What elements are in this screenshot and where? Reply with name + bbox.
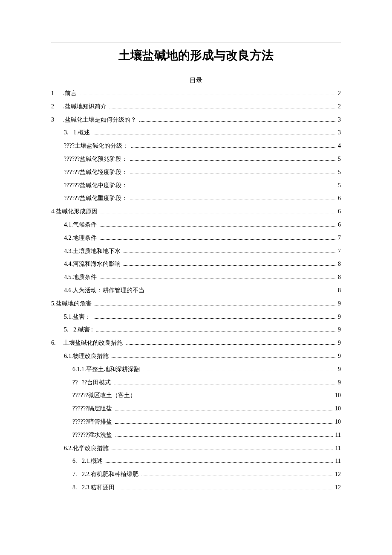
toc-entry[interactable]: 6.土壤盐碱化的改良措施9 xyxy=(51,337,341,350)
toc-leader-dots xyxy=(95,305,336,305)
toc-entry-number: ?? xyxy=(72,376,82,389)
toc-entry[interactable]: ??????灌水洗盐11 xyxy=(51,429,341,442)
toc-entry-label: ??????暗管排盐 xyxy=(72,416,114,429)
toc-entry-label: 4.盐碱化形成原因 xyxy=(51,205,99,218)
toc-entry-page: 3 xyxy=(337,126,341,139)
toc-entry[interactable]: 3.盐碱化土壤是如何分级的？3 xyxy=(51,113,341,127)
toc-entry-label: 6.1.1.平整土地和深耕深翻 xyxy=(72,363,141,376)
toc-entry-label: ????土壤盐碱化的分级： xyxy=(64,139,130,153)
toc-entry-label: ??????盐碱化重度阶段： xyxy=(64,192,129,205)
toc-leader-dots xyxy=(100,279,335,279)
toc-leader-dots xyxy=(115,423,332,424)
toc-entry[interactable]: 2.盐碱地知识简介2 xyxy=(51,100,341,113)
toc-entry-page: 6 xyxy=(337,218,341,232)
toc-heading: 目录 xyxy=(51,76,341,84)
toc-entry-page: 11 xyxy=(334,442,341,455)
toc-entry[interactable]: 6.1.1.平整土地和深耕深翻9 xyxy=(51,363,341,376)
toc-entry[interactable]: ??????暗管排盐10 xyxy=(51,416,341,429)
toc-entry-label: ??台田模式 xyxy=(82,376,112,389)
toc-leader-dots xyxy=(106,462,333,463)
toc-entry-page: 5 xyxy=(337,153,341,166)
toc-entry[interactable]: ????台田模式9 xyxy=(51,376,341,389)
toc-leader-dots xyxy=(124,265,335,266)
toc-entry-page: 9 xyxy=(337,323,341,337)
toc-entry[interactable]: 7.2.2.有机肥和种植绿肥12 xyxy=(51,468,341,481)
toc-entry-page: 8 xyxy=(337,271,341,284)
toc-leader-dots xyxy=(141,476,332,476)
toc-leader-dots xyxy=(143,371,336,371)
toc-entry[interactable]: ??????隔层阻盐10 xyxy=(51,402,341,416)
toc-entry[interactable]: 4.4.河流和海水的影响8 xyxy=(51,258,341,271)
toc-leader-dots xyxy=(110,108,336,108)
toc-entry-label: ??????盐碱化轻度阶段： xyxy=(64,166,129,179)
toc-entry[interactable]: 6.2.化学改良措施11 xyxy=(51,442,341,455)
toc-entry-page: 4 xyxy=(337,139,341,153)
toc-entry-label: ??????盐碱化中度阶段： xyxy=(64,179,129,192)
toc-entry-label: ??????灌水洗盐 xyxy=(72,429,114,442)
top-rule xyxy=(51,43,341,43)
toc-entry-page: 9 xyxy=(337,376,341,389)
toc-entry[interactable]: 5.2.碱害 :9 xyxy=(51,323,341,337)
toc-entry[interactable]: 3.1.概述3 xyxy=(51,126,341,139)
toc-entry[interactable]: 4.3.土壤质地和地下水7 xyxy=(51,245,341,258)
toc-entry-page: 10 xyxy=(334,402,341,416)
toc-entry-page: 9 xyxy=(337,337,341,350)
toc-entry-number: 5. xyxy=(64,323,73,337)
toc-entry-page: 9 xyxy=(337,311,341,324)
toc-entry[interactable]: 5.盐碱地的危害9 xyxy=(51,297,341,311)
toc-entry-label: 2.3.秸秆还田 xyxy=(82,481,116,494)
toc-entry[interactable]: ??????盐碱化预兆阶段：5 xyxy=(51,153,341,166)
toc-leader-dots xyxy=(139,121,336,122)
toc-leader-dots xyxy=(124,253,335,253)
toc-entry[interactable]: ????土壤盐碱化的分级：4 xyxy=(51,139,341,153)
toc-entry-label: 2.1.概述 xyxy=(82,455,104,468)
toc-entry-page: 10 xyxy=(334,416,341,429)
toc-entry-page: 9 xyxy=(337,350,341,363)
toc-entry-number: 3. xyxy=(64,126,73,139)
toc-leader-dots xyxy=(130,200,335,200)
toc-entry-number: 8. xyxy=(72,481,82,494)
toc-entry[interactable]: 4.6.人为活动：耕作管理的不当8 xyxy=(51,284,341,297)
toc-entry-number: 6. xyxy=(72,455,82,468)
toc-entry-label: 5.1.盐害： xyxy=(64,311,92,324)
toc-entry-page: 8 xyxy=(337,284,341,297)
toc-entry[interactable]: 8.2.3.秸秆还田12 xyxy=(51,481,341,494)
toc-entry-label: 2.2.有机肥和种植绿肥 xyxy=(82,468,140,481)
toc-entry[interactable]: 4.盐碱化形成原因6 xyxy=(51,205,341,218)
toc-entry[interactable]: 5.1.盐害：9 xyxy=(51,311,341,324)
toc-leader-dots xyxy=(112,450,333,450)
toc-entry[interactable]: ??????盐碱化重度阶段：6 xyxy=(51,192,341,205)
toc-entry-label: 6.1.物理改良措施 xyxy=(64,350,110,363)
toc-leader-dots xyxy=(101,213,336,213)
toc-entry[interactable]: 6.2.1.概述11 xyxy=(51,455,341,468)
toc-entry-label: 2.碱害 : xyxy=(73,323,95,337)
toc-entry-page: 12 xyxy=(334,468,341,481)
toc-entry-number: 7. xyxy=(72,468,82,481)
toc-leader-dots xyxy=(139,397,332,397)
toc-entry-page: 2 xyxy=(337,100,341,113)
toc-leader-dots xyxy=(130,174,335,174)
toc-entry-label: 4.1.气候条件 xyxy=(64,218,98,232)
toc-entry-label: 4.2.地理条件 xyxy=(64,232,98,245)
toc-entry-label: 6.2.化学改良措施 xyxy=(64,442,110,455)
toc-entry-number: 2 xyxy=(51,100,63,113)
toc-entry[interactable]: ??????微区改土（客土）10 xyxy=(51,389,341,402)
toc-entry-page: 10 xyxy=(334,389,341,402)
toc-entry[interactable]: 6.1.物理改良措施9 xyxy=(51,350,341,363)
toc-entry-page: 9 xyxy=(337,363,341,376)
toc-leader-dots xyxy=(126,344,335,345)
toc-entry-page: 12 xyxy=(334,481,341,494)
toc-entry-label: 5.盐碱地的危害 xyxy=(51,297,93,311)
toc-entry-label: 4.6.人为活动：耕作管理的不当 xyxy=(64,284,146,297)
toc-entry[interactable]: ??????盐碱化轻度阶段：5 xyxy=(51,166,341,179)
page-title: 土壤盐碱地的形成与改良方法 xyxy=(51,47,341,64)
table-of-contents: 1.前言22.盐碱地知识简介23.盐碱化土壤是如何分级的？33.1.概述3???… xyxy=(51,87,341,494)
toc-entry-page: 6 xyxy=(337,192,341,205)
toc-entry[interactable]: 4.2.地理条件7 xyxy=(51,232,341,245)
toc-entry[interactable]: ??????盐碱化中度阶段：5 xyxy=(51,179,341,192)
toc-entry[interactable]: 4.5.地质条件8 xyxy=(51,271,341,284)
toc-entry-label: 4.5.地质条件 xyxy=(64,271,98,284)
toc-entry[interactable]: 1.前言2 xyxy=(51,87,341,100)
toc-entry-label: ??????微区改土（客土） xyxy=(72,389,138,402)
toc-entry[interactable]: 4.1.气候条件6 xyxy=(51,218,341,232)
